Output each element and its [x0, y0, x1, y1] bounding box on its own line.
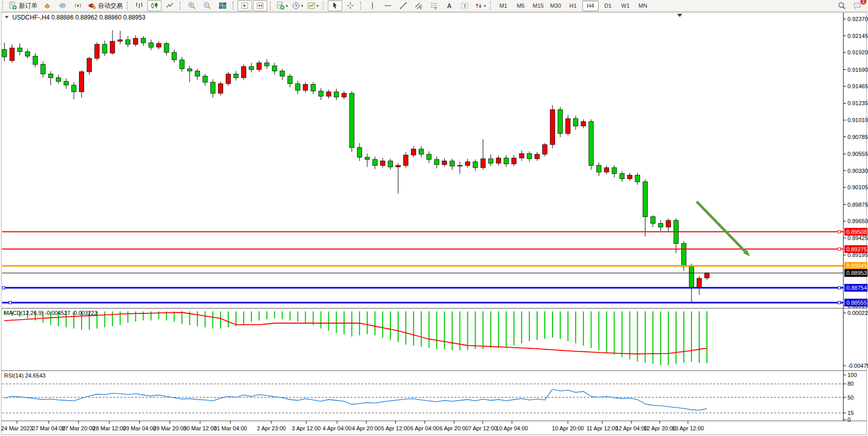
text-button[interactable]: A	[442, 0, 457, 11]
candle	[566, 118, 570, 133]
candle	[581, 122, 586, 126]
candle	[419, 149, 424, 154]
timeframe-m5-button[interactable]: M5	[512, 1, 529, 11]
candle	[388, 161, 393, 167]
hline-handle[interactable]	[838, 287, 841, 289]
timeframe-m15-button[interactable]: M15	[530, 1, 546, 11]
chart-window-frame	[2, 13, 867, 435]
dropdown-arrow-icon[interactable]: ▾	[301, 4, 303, 8]
trendline-button[interactable]	[396, 0, 410, 11]
candle	[226, 74, 230, 84]
cursor-button[interactable]	[328, 0, 342, 11]
signals-button[interactable]	[71, 0, 85, 11]
candle	[543, 145, 547, 154]
time-tick-label: 6 Apr 20:00	[440, 425, 468, 431]
candle	[156, 44, 161, 47]
new-order-button[interactable]: 新订单	[7, 0, 39, 11]
candle	[658, 224, 663, 227]
candle	[210, 82, 215, 93]
candle	[365, 157, 369, 160]
hline-handle[interactable]	[838, 230, 841, 233]
search-button[interactable]	[835, 0, 849, 11]
candle	[357, 148, 362, 157]
time-tick-label: 4 Apr 20:00	[352, 425, 381, 431]
svg-text:T: T	[464, 4, 466, 9]
templates-button[interactable]: ▾	[306, 0, 320, 11]
candlestick-chart-button[interactable]	[147, 0, 162, 11]
notification-badge: 1	[860, 0, 866, 5]
market-watch-button[interactable]	[40, 0, 54, 11]
timeframe-m1-button[interactable]: M1	[495, 1, 511, 11]
candle	[87, 58, 92, 72]
price-tick-label: 0.90555	[847, 151, 868, 157]
time-tick-label: 29 Mar 04:00	[123, 425, 156, 431]
tline-icon	[399, 2, 407, 10]
toolbar-grip	[490, 2, 493, 10]
crosshair-icon	[346, 2, 354, 10]
candle	[203, 76, 207, 83]
rsi-level-label: 0	[847, 417, 851, 423]
price-tick-label: 0.92145	[847, 33, 868, 39]
timeframe-w1-button[interactable]: W1	[617, 1, 634, 11]
horizontal-line-button[interactable]	[381, 0, 395, 11]
candle	[195, 71, 200, 76]
candle	[257, 63, 262, 70]
periods-button[interactable]: ▾	[290, 0, 305, 11]
hline-handle[interactable]	[3, 287, 5, 289]
data-window-button[interactable]	[55, 0, 70, 11]
hline-handle[interactable]	[9, 301, 12, 304]
autotrade-button-label: 自动交易	[98, 2, 123, 10]
candle	[589, 122, 594, 166]
zoom-out-button[interactable]	[200, 0, 214, 11]
timeframe-mn-button[interactable]: MN	[635, 1, 651, 11]
timeframe-d1-button[interactable]: D1	[600, 1, 616, 11]
equidistant-channel-button[interactable]: E	[411, 0, 426, 11]
channel-icon: E	[415, 2, 423, 10]
line-chart-button[interactable]	[163, 0, 177, 11]
candle	[396, 166, 401, 167]
candles-icon	[150, 2, 159, 10]
auto-scroll-button[interactable]	[238, 0, 252, 11]
toolbar-grip	[127, 2, 130, 10]
text-label-button[interactable]: T	[458, 0, 472, 11]
timeframe-h4-button[interactable]: H4	[582, 1, 599, 11]
time-tick-label: 12 Apr 04:00	[616, 425, 647, 431]
candle	[311, 85, 315, 91]
tile-windows-button[interactable]	[215, 0, 230, 11]
price-tick-label: 0.91690	[847, 67, 868, 73]
candle	[604, 168, 609, 172]
timeframe-h1-button[interactable]: H1	[565, 1, 581, 11]
vertical-line-button[interactable]	[365, 0, 380, 11]
bar-chart-button[interactable]	[132, 0, 146, 11]
shift-icon	[256, 2, 264, 10]
toolbar-grip	[232, 2, 235, 10]
price-tick-label: 0.89650	[847, 218, 868, 224]
candle	[496, 158, 501, 163]
chart-shift-button[interactable]	[253, 0, 267, 11]
autotrade-button[interactable]: 自动交易	[86, 0, 124, 11]
dropdown-arrow-icon[interactable]: ▾	[317, 4, 319, 8]
price-tick-label: 0.91920	[847, 49, 868, 55]
dropdown-arrow-icon[interactable]: ▾	[286, 4, 288, 8]
candle	[411, 149, 416, 155]
candle	[17, 48, 22, 52]
price-tick-label: 0.91465	[847, 83, 868, 89]
candle	[620, 174, 624, 179]
fibo-icon: F	[430, 2, 438, 10]
time-tick-label: 7 Apr 12:00	[468, 425, 497, 431]
community-button[interactable]: 1	[850, 0, 864, 11]
timeframe-m30-button[interactable]: M30	[547, 1, 564, 11]
candle	[95, 44, 100, 58]
zoom-in-button[interactable]	[185, 0, 199, 11]
crosshair-button[interactable]	[343, 0, 358, 11]
dropdown-arrow-icon[interactable]: ▾	[484, 4, 486, 8]
indicators-button[interactable]: ▾	[275, 0, 289, 11]
hline-handle[interactable]	[838, 301, 841, 304]
arrows-button[interactable]: ▾	[473, 0, 487, 11]
cloud-chart-icon	[58, 2, 67, 10]
hline-handle[interactable]	[838, 248, 841, 250]
fibonacci-button[interactable]: F	[427, 0, 441, 11]
time-tick-label: 13 Apr 12:00	[672, 425, 704, 431]
candle	[218, 84, 223, 93]
text-label-icon: T	[461, 2, 469, 10]
